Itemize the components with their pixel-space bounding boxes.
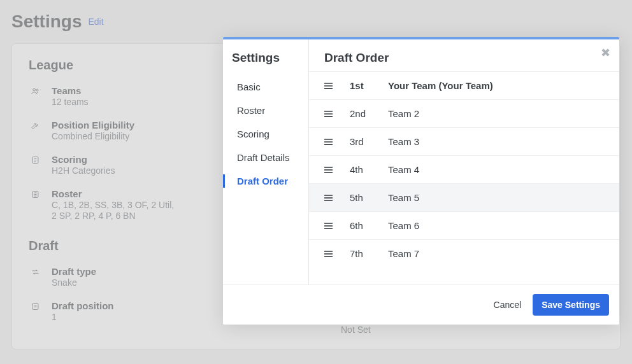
order-row[interactable]: 4th Team 4 [309, 155, 619, 183]
close-icon[interactable]: ✖ [601, 46, 610, 60]
order-pos: 3rd [350, 136, 388, 147]
order-row[interactable]: 5th Team 5 [309, 183, 619, 211]
drag-handle-icon[interactable] [324, 166, 350, 174]
drag-handle-icon[interactable] [324, 194, 350, 202]
nav-draft-details[interactable]: Draft Details [223, 146, 308, 169]
nav-scoring[interactable]: Scoring [223, 122, 308, 146]
drag-handle-icon[interactable] [324, 82, 350, 90]
drag-handle-icon[interactable] [324, 138, 350, 146]
modal-content[interactable]: Draft Order 1st Your Team (Your Team) 2n… [309, 39, 619, 284]
content-title: Draft Order [324, 51, 604, 65]
nav-draft-order[interactable]: Draft Order [223, 169, 308, 193]
drag-handle-icon[interactable] [324, 222, 350, 230]
nav-basic[interactable]: Basic [223, 75, 308, 99]
modal-sidebar: Settings Basic Roster Scoring Draft Deta… [223, 39, 309, 284]
sidebar-title: Settings [223, 51, 308, 75]
order-row[interactable]: 6th Team 6 [309, 211, 619, 239]
cancel-button[interactable]: Cancel [494, 300, 522, 310]
order-team: Team 6 [388, 220, 604, 231]
order-pos: 5th [350, 192, 388, 203]
save-button[interactable]: Save Settings [533, 294, 609, 316]
order-row[interactable]: 3rd Team 3 [309, 127, 619, 155]
order-team: Team 5 [388, 192, 604, 203]
order-team: Team 2 [388, 108, 604, 119]
order-row[interactable]: 2nd Team 2 [309, 99, 619, 127]
order-row[interactable]: 1st Your Team (Your Team) [309, 71, 619, 99]
order-row[interactable]: 7th Team 7 [309, 239, 619, 267]
order-pos: 2nd [350, 108, 388, 119]
order-pos: 7th [350, 248, 388, 259]
drag-handle-icon[interactable] [324, 250, 350, 258]
order-team: Team 3 [388, 136, 604, 147]
modal-footer: Cancel Save Settings [223, 284, 619, 325]
order-pos: 6th [350, 220, 388, 231]
order-pos: 1st [350, 80, 388, 91]
order-team: Your Team (Your Team) [388, 80, 604, 91]
drag-handle-icon[interactable] [324, 110, 350, 118]
nav-roster[interactable]: Roster [223, 99, 308, 122]
draft-order-modal: ✖ Settings Basic Roster Scoring Draft De… [223, 37, 619, 325]
order-team: Team 7 [388, 248, 604, 259]
order-pos: 4th [350, 164, 388, 175]
order-team: Team 4 [388, 164, 604, 175]
